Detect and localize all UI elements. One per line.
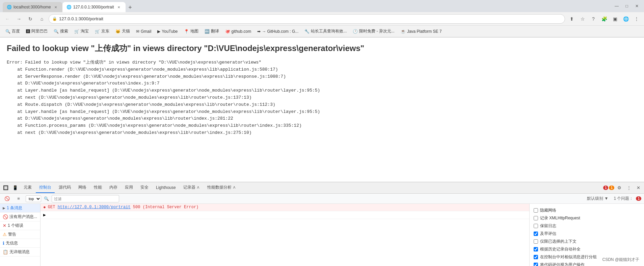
devtools-more-icon[interactable]: ⋮ (624, 184, 633, 192)
tab-elements[interactable]: 元素 (20, 183, 35, 193)
bookmark-taobao[interactable]: 🛒 淘宝 (72, 27, 91, 35)
option-eager-eval: 及早评估 (532, 230, 641, 238)
tab-1[interactable]: 🌐 localhost:3000/home ✕ (3, 2, 62, 12)
verbose-icon: 📋 (3, 249, 8, 255)
autocomplete-checkbox[interactable] (534, 247, 538, 251)
tab-application[interactable]: 应用 (122, 183, 136, 193)
help-icon[interactable]: ? (589, 14, 598, 24)
tab-network[interactable]: 网络 (75, 183, 90, 193)
hide-network-label: 隐藏网络 (540, 208, 556, 213)
tab-perf-insights[interactable]: 性能数据分析 ∧ (204, 183, 239, 193)
eager-eval-checkbox[interactable] (534, 232, 538, 236)
bookmark-gmail[interactable]: ✉ Gmail (133, 28, 154, 35)
extensions-icon[interactable]: 🧩 (599, 14, 609, 24)
tab-lighthouse[interactable]: Lighthouse (153, 183, 179, 193)
log-xmlhttp-checkbox[interactable] (534, 216, 538, 220)
treat-as-user-checkbox[interactable] (534, 263, 538, 266)
preserve-log-checkbox[interactable] (534, 224, 538, 228)
sidebar-errors[interactable]: ✕ 1 个错误 (0, 221, 40, 230)
bookmark-github2[interactable]: ➡ → GitHub.com : G... (254, 28, 301, 35)
page-content: Failed to lookup view "上传成功" in views di… (0, 38, 644, 182)
profile-icon[interactable]: 🌐 (621, 14, 630, 24)
bookmark-translate[interactable]: 🔤 翻译 (202, 27, 222, 35)
sidebar-all-messages[interactable]: ▶ 1 条消息 (0, 204, 40, 213)
tab-security[interactable]: 安全 (137, 183, 152, 193)
bookmark-search[interactable]: 🔍 搜索 (51, 27, 71, 35)
console-filter-input[interactable] (52, 195, 119, 202)
sidebar-user-messages[interactable]: 🚫 没有用户消息... (0, 213, 40, 221)
bookmark-github[interactable]: 🐙 github.com (222, 28, 254, 35)
devtools-panel: 🔲 📱 元素 控制台 源代码 网络 性能 内存 应用 安全 Lighthouse… (0, 182, 644, 266)
bookmark-tianmao-label: 天猫 (122, 28, 130, 34)
bookmark-java[interactable]: ☕ Java Platform SE 7 (398, 28, 445, 35)
sidebar-warnings[interactable]: ⚠ 警告 (0, 230, 40, 239)
tab-close-2[interactable]: ✕ (116, 4, 122, 10)
toolbar-icons: ⬆ ☆ ? 🧩 ▣ 🌐 ⋮ (567, 14, 641, 24)
bookmark-tianmao[interactable]: 🐱 天猫 (113, 27, 133, 35)
maximize-button[interactable]: □ (622, 2, 631, 10)
tab-performance[interactable]: 性能 (90, 183, 105, 193)
bookmark-webmaster[interactable]: 🔧 站长工具查询有效... (302, 27, 349, 35)
close-button[interactable]: ✕ (633, 2, 641, 10)
info-icon: ℹ (3, 241, 4, 246)
devtools-inspect-icon[interactable]: 🔲 (1, 184, 10, 192)
back-button[interactable]: ← (3, 14, 12, 24)
tab-2[interactable]: 🌐 127.0.0.1:3000/portrait ✕ (62, 2, 126, 12)
bookmark-icon[interactable]: ☆ (578, 14, 587, 24)
filter-label: 🔍 (44, 196, 49, 201)
console-filter-icon[interactable]: ≡ (14, 194, 23, 203)
sidebar-icon[interactable]: ▣ (610, 14, 620, 24)
bookmark-youtube[interactable]: ▶ YouTube (155, 28, 180, 35)
error-line-icon: ● (43, 205, 46, 210)
tab-sources[interactable]: 源代码 (55, 183, 74, 193)
refresh-button[interactable]: ↻ (26, 14, 35, 24)
group-similar-checkbox[interactable] (534, 255, 538, 259)
default-levels-label[interactable]: 默认级别 ▼ (587, 196, 608, 201)
console-level-select[interactable]: top (26, 195, 41, 202)
option-preserve-log: 保留日志 (532, 222, 641, 230)
sidebar-verbose-label: 无详细消息 (9, 249, 30, 255)
devtools-settings-icon[interactable]: ⚙ (615, 184, 624, 192)
no-user-icon: 🚫 (3, 214, 8, 219)
error-icon: ✕ (3, 223, 6, 228)
minimize-button[interactable]: — (612, 2, 621, 10)
option-selected-context: 仅限已选择的上下文 (532, 238, 641, 245)
option-log-xmlhttp: 记录 XMLHttpRequest (532, 214, 641, 222)
devtools-close-icon[interactable]: ✕ (634, 184, 643, 192)
maps-favicon: 📍 (184, 29, 189, 34)
bookmark-taobao-label: 淘宝 (81, 28, 89, 34)
sidebar-info[interactable]: ℹ 无信息 (0, 239, 40, 248)
url-bar[interactable]: 🔒 127.0.0.1:3000/portrait (49, 14, 565, 24)
sidebar-warn-label: 警告 (8, 232, 16, 237)
hide-network-checkbox[interactable] (534, 208, 538, 213)
bookmark-baidu[interactable]: 🔍 百度 (3, 27, 23, 35)
forward-button[interactable]: → (14, 14, 24, 24)
console-clear-icon[interactable]: 🚫 (3, 194, 11, 203)
devtools-device-icon[interactable]: 📱 (11, 184, 20, 192)
cast-icon[interactable]: ⬆ (567, 14, 576, 24)
tab-close-1[interactable]: ✕ (53, 4, 58, 10)
bookmark-jd[interactable]: 🛒 京东 (92, 27, 112, 35)
bookmark-github-label: github.com (232, 29, 251, 34)
bookmark-java-label: Java Platform SE 7 (407, 29, 442, 34)
bookmark-maps[interactable]: 📍 地图 (181, 27, 201, 35)
tab-favicon-1: 🌐 (7, 5, 11, 9)
sidebar-verbose[interactable]: 📋 无详细消息 (0, 248, 40, 257)
tab-console[interactable]: 控制台 (36, 183, 55, 193)
yiciyuan-favicon: 🕐 (353, 29, 358, 34)
jd-favicon: 🛒 (95, 29, 100, 34)
console-sidebar: ▶ 1 条消息 🚫 没有用户消息... ✕ 1 个错误 ⚠ 警告 ℹ 无信息 📋 (0, 204, 41, 266)
tab-recorder[interactable]: 记录器 ∧ (180, 183, 203, 193)
error-link[interactable]: http://127.0.0.1:3000/portrait (58, 205, 131, 210)
selected-context-checkbox[interactable] (534, 239, 538, 244)
error-heading: Failed to lookup view "上传成功" in views di… (7, 43, 637, 54)
treat-as-user-label: 将代码评估视为用户操作 (540, 262, 585, 266)
bookmark-alibaba[interactable]: 🅰 阿里巴巴 (23, 27, 50, 35)
bookmark-yiciyuan[interactable]: 🕐 限时免费 - 异次元... (350, 27, 397, 35)
new-tab-button[interactable]: + (126, 3, 135, 12)
webmaster-favicon: 🔧 (304, 29, 310, 34)
tab-memory[interactable]: 内存 (106, 183, 121, 193)
gmail-favicon: ✉ (136, 29, 139, 34)
menu-icon[interactable]: ⋮ (632, 14, 641, 24)
home-button[interactable]: ⌂ (37, 14, 47, 24)
